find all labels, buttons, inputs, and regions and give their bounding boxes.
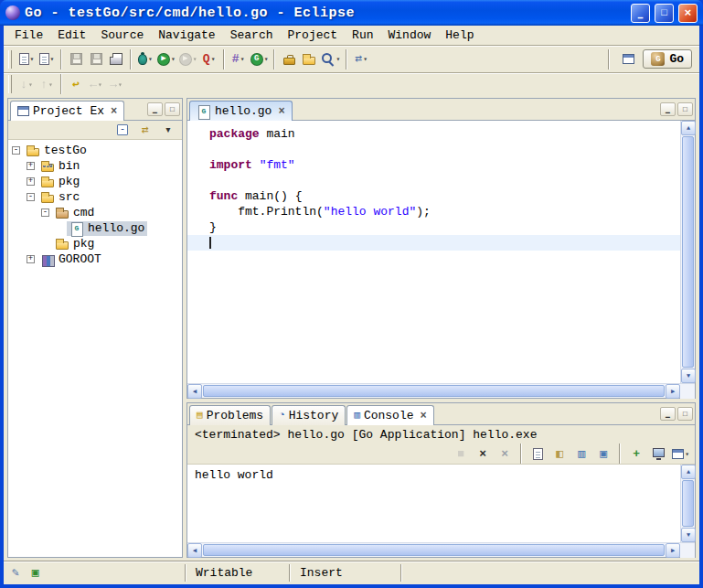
minimize-view-button[interactable]: ▁ xyxy=(660,407,676,421)
new-go-app-button[interactable]: #▾ xyxy=(229,48,249,70)
scroll-down-button[interactable]: ▼ xyxy=(681,369,696,383)
collapse-all-button[interactable]: - xyxy=(112,122,133,138)
pin-console-button[interactable]: ▣ xyxy=(593,444,613,463)
scrollbar-track[interactable] xyxy=(681,135,695,369)
code-editor[interactable]: package main import "fmt" func main() { … xyxy=(187,121,680,383)
code-line-8[interactable] xyxy=(187,235,680,251)
run-last-tool-button[interactable]: Q▾ xyxy=(199,48,219,70)
print-button[interactable] xyxy=(106,48,126,70)
remove-launch-button[interactable]: × xyxy=(473,444,493,463)
menu-run[interactable]: Run xyxy=(345,27,380,43)
link-with-editor-button[interactable]: ⇄ xyxy=(135,122,155,138)
tab-problems[interactable]: ▤Problems xyxy=(189,405,271,425)
scrollbar-thumb[interactable] xyxy=(203,385,665,397)
code-line-7[interactable]: } xyxy=(187,219,680,235)
external-tools-button[interactable] xyxy=(279,48,299,70)
search-button[interactable]: ▾ xyxy=(319,48,342,70)
tab-hello-go[interactable]: G hello.go × xyxy=(189,101,293,121)
menu-edit[interactable]: Edit xyxy=(50,27,93,43)
display-selected-console-button[interactable] xyxy=(648,444,668,463)
tree-expand-icon[interactable]: + xyxy=(27,162,35,170)
open-folder-button[interactable] xyxy=(299,48,319,70)
scrollbar-track[interactable] xyxy=(681,479,695,528)
scroll-left-button[interactable]: ◀ xyxy=(187,543,202,558)
maximize-view-button[interactable]: □ xyxy=(165,102,180,116)
launch-console-icon[interactable]: ▣ xyxy=(32,567,39,579)
console-horizontal-scrollbar[interactable]: ◀ ▶ xyxy=(187,542,695,557)
tree-item-hello-go[interactable]: Ghello.go xyxy=(8,220,182,236)
editor-vertical-scrollbar[interactable]: ▲ ▼ xyxy=(680,121,695,383)
code-line-3[interactable]: import "fmt" xyxy=(187,157,680,173)
debug-button[interactable]: ▾ xyxy=(135,48,155,70)
scroll-right-button[interactable]: ▶ xyxy=(666,543,680,558)
close-window-button[interactable]: × xyxy=(678,4,698,23)
minimize-window-button[interactable]: ▁ xyxy=(631,4,650,23)
menu-project[interactable]: Project xyxy=(280,27,345,43)
close-tab-icon[interactable]: × xyxy=(278,105,284,118)
scrollbar-thumb[interactable] xyxy=(682,480,694,527)
tree-item-cmd[interactable]: -cmd xyxy=(8,205,182,220)
scroll-up-button[interactable]: ▲ xyxy=(681,121,696,135)
title-bar[interactable]: Go - testGo/src/cmd/hello.go - Eclipse ▁… xyxy=(0,0,703,26)
scrollbar-track[interactable] xyxy=(202,543,666,557)
menu-search[interactable]: Search xyxy=(223,27,281,43)
run-button[interactable]: ▶▾ xyxy=(155,48,177,70)
code-line-2[interactable] xyxy=(187,142,680,157)
code-line-5[interactable]: func main() { xyxy=(187,188,680,204)
menu-source[interactable]: Source xyxy=(93,27,151,43)
tree-item-testgo[interactable]: -testGo xyxy=(8,143,182,158)
scrollbar-track[interactable] xyxy=(202,384,666,398)
tree-item-pkg[interactable]: +pkg xyxy=(8,174,182,189)
tree-collapse-icon[interactable]: - xyxy=(27,193,35,201)
new-wizard-button[interactable]: ▾ xyxy=(16,48,37,70)
tree-item-src[interactable]: -src xyxy=(8,189,182,205)
maximize-view-button[interactable]: □ xyxy=(677,102,693,116)
scroll-right-button[interactable]: ▶ xyxy=(666,384,680,399)
scrollbar-thumb[interactable] xyxy=(203,544,665,556)
word-wrap-button[interactable]: ▥ xyxy=(571,444,591,463)
last-edit-location-button[interactable]: ↩ xyxy=(66,73,86,95)
console-output[interactable]: hello world xyxy=(187,465,680,542)
open-console-dropdown[interactable]: ▾ xyxy=(670,444,691,463)
toolbar-grip[interactable] xyxy=(8,50,12,69)
scrollbar-thumb[interactable] xyxy=(682,136,694,368)
code-line-1[interactable]: package main xyxy=(187,126,680,142)
tree-item-goroot[interactable]: +GOROOT xyxy=(8,251,182,267)
minimize-view-button[interactable]: ▁ xyxy=(660,102,676,116)
menu-navigate[interactable]: Navigate xyxy=(151,27,222,43)
tree-item-pkg[interactable]: pkg xyxy=(8,236,182,251)
scroll-lock-button[interactable]: ◧ xyxy=(549,444,570,463)
menu-window[interactable]: Window xyxy=(381,27,439,43)
close-tab-icon[interactable]: × xyxy=(421,410,427,422)
toolbar-grip[interactable] xyxy=(8,75,12,93)
go-wizard-button[interactable]: G▾ xyxy=(249,48,271,70)
scroll-left-button[interactable]: ◀ xyxy=(187,384,202,399)
tab-console[interactable]: ▥Console× xyxy=(346,405,433,425)
tree-expand-icon[interactable]: + xyxy=(27,255,35,263)
minimize-view-button[interactable]: ▁ xyxy=(147,102,163,116)
tree-expand-icon[interactable]: + xyxy=(27,177,35,186)
tree-item-bin[interactable]: +010bin xyxy=(8,158,182,174)
tab-history[interactable]: ◔History xyxy=(272,405,346,425)
view-menu-button[interactable]: ▾ xyxy=(158,122,178,138)
tree-collapse-icon[interactable]: - xyxy=(12,146,20,155)
fast-view-icon[interactable]: ✎ xyxy=(12,567,19,579)
new-go-element-button[interactable]: ▾ xyxy=(37,48,57,70)
menu-help[interactable]: Help xyxy=(438,27,481,43)
open-console-button[interactable]: + xyxy=(626,444,646,463)
clear-console-button[interactable] xyxy=(527,444,548,463)
close-tab-icon[interactable]: × xyxy=(111,105,117,118)
code-line-4[interactable] xyxy=(187,173,680,188)
team-sync-button[interactable]: ⇄▾ xyxy=(351,48,371,70)
code-line-6[interactable]: fmt.Println("hello world"); xyxy=(187,204,680,219)
console-vertical-scrollbar[interactable]: ▲ ▼ xyxy=(680,465,695,542)
scroll-down-button[interactable]: ▼ xyxy=(681,528,696,542)
editor-horizontal-scrollbar[interactable]: ◀ ▶ xyxy=(187,383,695,398)
open-perspective-button[interactable] xyxy=(618,48,638,70)
maximize-view-button[interactable]: □ xyxy=(677,407,693,421)
remove-all-terminated-button[interactable]: × xyxy=(495,444,515,463)
menu-file[interactable]: File xyxy=(7,27,50,43)
go-perspective-button[interactable]: G Go xyxy=(643,49,692,69)
maximize-window-button[interactable]: □ xyxy=(655,4,674,23)
scroll-up-button[interactable]: ▲ xyxy=(681,465,696,479)
